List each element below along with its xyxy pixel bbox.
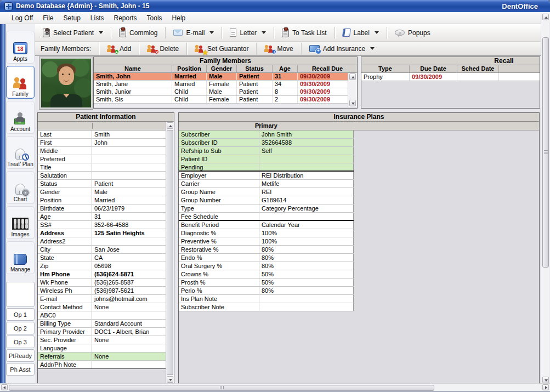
insurance-row-employer[interactable]: EmployerREI Distribution [179,172,354,180]
patient-info-row-position[interactable]: PositionMarried [38,196,166,204]
patient-info-row-city[interactable]: CitySan Jose [38,246,166,254]
insurance-row-prosth[interactable]: Prosth %50% [179,279,354,287]
patient-info-row-address2[interactable]: Address2 [38,237,166,246]
patient-info-row-salutation[interactable]: Salutation [38,172,166,180]
patient-info-row-sec-provider[interactable]: Sec. ProviderNone [38,336,166,344]
letter-button[interactable]: Letter [224,26,271,40]
patient-info-row-zip[interactable]: Zip05698 [38,262,166,270]
scrollbar-thumb[interactable] [542,37,549,268]
scrollbar-thumb[interactable] [9,385,434,391]
sidebar-item-treat-plan[interactable]: Treat' Plan [6,136,35,169]
insurance-row-crowns[interactable]: Crowns %50% [179,270,354,279]
sidebar-item-account[interactable]: Account [6,101,35,134]
menu-item-log-off[interactable]: Log Off [7,13,38,23]
window-horizontal-scrollbar[interactable] [0,383,550,391]
patient-info-row-address[interactable]: Address125 Satin Heights [38,229,166,237]
patient-info-row-hm-phone[interactable]: Hm Phone(536)624-5871 [38,270,166,279]
patient-info-row-preferred[interactable]: Preferred [38,155,166,163]
window-vertical-scrollbar[interactable] [541,13,549,384]
column-header-sched-date[interactable]: Sched Date [457,65,499,72]
scroll-left-icon[interactable] [1,384,8,390]
recall-row[interactable]: Prophy09/30/2009 [361,73,540,81]
insurance-row-fee-schedule[interactable]: Fee Schedule [179,213,354,221]
column-header-name[interactable]: Name [94,65,172,72]
patient-info-row-status[interactable]: StatusPatient [38,180,166,188]
sidebar-item-chart[interactable]: Chart [6,171,35,204]
op-button-ptready[interactable]: PtReady [6,349,35,362]
family-member-row[interactable]: Smith, SisChildFemalePatient209/30/2009 [94,96,357,104]
scroll-right-icon[interactable] [542,384,549,390]
select-patient-button[interactable]: Select Patient [37,26,109,40]
patient-info-row-state[interactable]: StateCA [38,254,166,262]
chevron-down-icon[interactable] [370,47,375,50]
insurance-row-ins-plan-note[interactable]: Ins Plan Note [179,295,354,303]
insurance-row-rel-ship-to-sub[interactable]: Rel'ship to SubSelf [179,147,354,155]
scroll-up-icon[interactable] [349,73,356,80]
chevron-down-icon[interactable] [262,31,266,34]
insurance-row-subscriber-note[interactable]: Subscriber Note [179,303,354,311]
patient-info-row-wireless-ph[interactable]: Wireless Ph(536)987-5621 [38,287,166,295]
menu-item-tools[interactable]: Tools [142,13,167,23]
scroll-down-icon[interactable] [542,377,549,383]
scroll-down-icon[interactable] [349,100,356,106]
patient-info-row-primary-provider[interactable]: Primary ProviderDOC1 - Albert, Brian [38,328,166,336]
to-task-list-button[interactable]: To Task List [276,26,332,40]
op-button-op-2[interactable]: Op 2 [6,322,35,334]
family-member-row[interactable]: Smith, JuniorChildMalePatient809/30/2009 [94,88,357,96]
column-header-due-date[interactable]: Due Date [410,65,457,72]
patient-info-row-title[interactable]: Title [38,163,166,172]
insurance-row-carrier[interactable]: CarrierMetlife [179,180,354,188]
popups-button[interactable]: Popups [389,26,436,40]
menu-item-help[interactable]: Help [167,13,191,23]
patient-info-row-contact-method[interactable]: Contact MethodNone [38,303,166,311]
move-button[interactable]: i Move [259,43,298,55]
insurance-row-pending[interactable]: Pending [179,163,354,172]
column-header-age[interactable]: Age [273,65,298,72]
delete-family-member-button[interactable]: ✕ Delete [141,43,184,55]
patient-info-row-age[interactable]: Age31 [38,213,166,221]
email-button[interactable]: E-mail [168,26,219,40]
insurance-row-perio[interactable]: Perio %80% [179,287,354,295]
column-header-recall-due[interactable]: Recall Due [298,65,357,72]
patient-info-row-abc0[interactable]: ABC0 [38,311,166,320]
insurance-row-type[interactable]: TypeCategory Percentage [179,204,354,213]
column-header-position[interactable]: Position [172,65,207,72]
chevron-down-icon[interactable] [99,31,103,34]
label-button[interactable]: Label [337,26,384,40]
patient-info-row-wk-phone[interactable]: Wk Phone(536)265-8587 [38,279,166,287]
column-header-blank[interactable] [499,65,540,72]
chevron-down-icon[interactable] [209,31,214,34]
op-button-ph-asst[interactable]: Ph Asst [6,363,35,376]
family-member-row[interactable]: Smith, JaneMarriedFemalePatient3409/30/2… [94,81,357,88]
insurance-row-endo[interactable]: Endo %80% [179,254,354,262]
insurance-row-subscriber-id[interactable]: Subscriber ID352664588 [179,139,354,147]
family-member-row[interactable]: Smith, JohnMarriedMalePatient3109/30/200… [94,73,357,81]
patient-info-row-addr-ph-note[interactable]: Addr/Ph Note [38,361,166,369]
scroll-up-icon[interactable] [542,14,549,20]
insurance-row-diagnostic[interactable]: Diagnostic %100% [179,229,354,237]
chevron-down-icon[interactable] [375,31,379,34]
menu-item-file[interactable]: File [38,13,58,23]
patient-info-row-e-mail[interactable]: E-mailjohns@hotmail.com [38,295,166,303]
commlog-button[interactable]: Commlog [114,26,163,40]
patient-info-row-birthdate[interactable]: Birthdate06/23/1979 [38,204,166,213]
insurance-row-preventive[interactable]: Preventive %100% [179,237,354,246]
sidebar-item-appts[interactable]: 18 Appts [6,31,35,64]
patient-info-row-first[interactable]: FirstJohn [38,139,166,147]
add-insurance-button[interactable]: Add Insurance [304,43,380,55]
sidebar-item-family[interactable]: Family [6,66,35,99]
patient-info-row-middle[interactable]: Middle [38,147,166,155]
menu-item-reports[interactable]: Reports [109,13,142,23]
set-guarantor-button[interactable]: ★ Set Guarantor [189,43,254,55]
op-button-op-3[interactable]: Op 3 [6,336,35,348]
sidebar-item-images[interactable]: Images [6,206,35,239]
insurance-row-group-number[interactable]: Group NumberG189614 [179,196,354,204]
column-header-gender[interactable]: Gender [207,65,237,72]
patient-info-row-last[interactable]: LastSmith [38,130,166,139]
scroll-down-icon[interactable] [167,376,173,383]
patient-info-row-billing-type[interactable]: Billing TypeStandard Account [38,320,166,328]
patient-info-row-language[interactable]: Language [38,344,166,353]
column-header-type[interactable]: Type [361,65,410,72]
scroll-up-icon[interactable] [167,122,173,129]
insurance-row-group-name[interactable]: Group NameREI [179,188,354,196]
